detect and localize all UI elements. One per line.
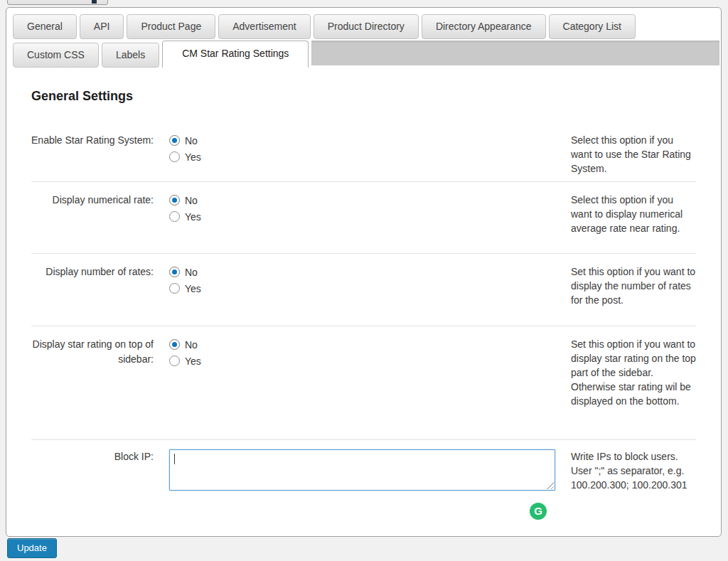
setting-row-enable-star-rating: Enable Star Rating System: No Yes Select… — [31, 121, 696, 181]
settings-form: Enable Star Rating System: No Yes Select… — [31, 121, 696, 531]
tab-cm-star-rating-settings[interactable]: CM Star Rating Settings — [162, 41, 309, 68]
radio-label: Yes — [185, 283, 201, 294]
update-button[interactable]: Update — [7, 538, 57, 558]
field-label: Display numerical rate: — [31, 193, 154, 253]
settings-panel: General API Product Page Advertisement P… — [6, 7, 722, 537]
field-description: Set this option if you want to display s… — [571, 337, 696, 439]
field-label: Block IP: — [31, 449, 154, 531]
radio-label: No — [185, 339, 198, 351]
radio-option-no[interactable]: No — [169, 337, 555, 352]
text-cursor — [174, 454, 175, 464]
tab-row-filler — [311, 41, 719, 65]
partial-control-glyph-icon — [92, 0, 97, 4]
partial-cropped-control[interactable] — [7, 0, 108, 5]
radio-label: No — [185, 195, 198, 206]
radio-option-yes[interactable]: Yes — [169, 149, 555, 164]
tab-row-1: General API Product Page Advertisement P… — [13, 14, 719, 39]
setting-row-display-number-of-rates: Display number of rates: No Yes Set this… — [31, 253, 696, 326]
tab-general[interactable]: General — [13, 14, 77, 39]
setting-row-block-ip: Block IP: Write IPs to block users. User… — [31, 439, 696, 531]
tab-custom-css[interactable]: Custom CSS — [13, 43, 99, 68]
radio-label: Yes — [185, 356, 201, 367]
tab-product-directory[interactable]: Product Directory — [314, 14, 419, 39]
radio-option-yes[interactable]: Yes — [169, 281, 555, 296]
block-ip-cell — [169, 449, 555, 531]
tab-product-page[interactable]: Product Page — [127, 14, 215, 39]
radio-group-display-numerical-rate: No Yes — [169, 193, 555, 253]
radio-button-yes[interactable] — [169, 283, 180, 294]
tab-bar: General API Product Page Advertisement P… — [6, 8, 721, 68]
radio-label: No — [185, 135, 198, 146]
radio-group-display-number-of-rates: No Yes — [169, 265, 555, 326]
radio-option-yes[interactable]: Yes — [169, 209, 555, 224]
tab-api[interactable]: API — [80, 14, 124, 39]
radio-option-yes[interactable]: Yes — [169, 353, 555, 368]
field-description: Select this option if you want to use th… — [571, 133, 696, 181]
field-description: Set this option if you want to display t… — [571, 265, 696, 326]
radio-button-no[interactable] — [169, 135, 180, 146]
radio-group-display-star-rating-sidebar: No Yes — [169, 337, 555, 439]
radio-button-no[interactable] — [169, 267, 180, 277]
radio-option-no[interactable]: No — [169, 193, 555, 208]
radio-group-enable-star-rating: No Yes — [169, 133, 555, 181]
tab-row-2: Custom CSS Labels CM Star Rating Setting… — [13, 41, 719, 68]
tab-category-list[interactable]: Category List — [549, 14, 636, 39]
radio-button-yes[interactable] — [169, 151, 180, 162]
radio-label: No — [185, 267, 198, 278]
field-label: Enable Star Rating System: — [31, 133, 154, 181]
field-description: Select this option if you want to displa… — [571, 193, 696, 253]
grammarly-icon[interactable]: G — [530, 503, 547, 520]
field-description: Write IPs to block users. User ";" as se… — [571, 449, 696, 531]
radio-option-no[interactable]: No — [169, 133, 555, 148]
setting-row-display-star-rating-sidebar: Display star rating on top of sidebar: N… — [31, 326, 696, 439]
setting-row-display-numerical-rate: Display numerical rate: No Yes Select th… — [31, 181, 696, 253]
tab-advertisement[interactable]: Advertisement — [218, 14, 310, 39]
field-label: Display star rating on top of sidebar: — [31, 337, 154, 439]
radio-label: Yes — [185, 151, 201, 163]
radio-button-yes[interactable] — [169, 356, 180, 366]
radio-button-no[interactable] — [169, 339, 180, 350]
radio-label: Yes — [185, 211, 201, 223]
radio-option-no[interactable]: No — [169, 265, 555, 279]
radio-button-yes[interactable] — [169, 211, 180, 222]
radio-button-no[interactable] — [169, 195, 180, 205]
tab-content: General Settings Enable Star Rating Syst… — [6, 88, 721, 531]
page-title: General Settings — [31, 88, 696, 104]
block-ip-textarea[interactable] — [169, 449, 555, 491]
tab-labels[interactable]: Labels — [102, 43, 159, 68]
resize-grip-icon[interactable] — [547, 482, 554, 489]
field-label: Display number of rates: — [31, 265, 154, 326]
tab-directory-appearance[interactable]: Directory Appearance — [422, 14, 546, 39]
